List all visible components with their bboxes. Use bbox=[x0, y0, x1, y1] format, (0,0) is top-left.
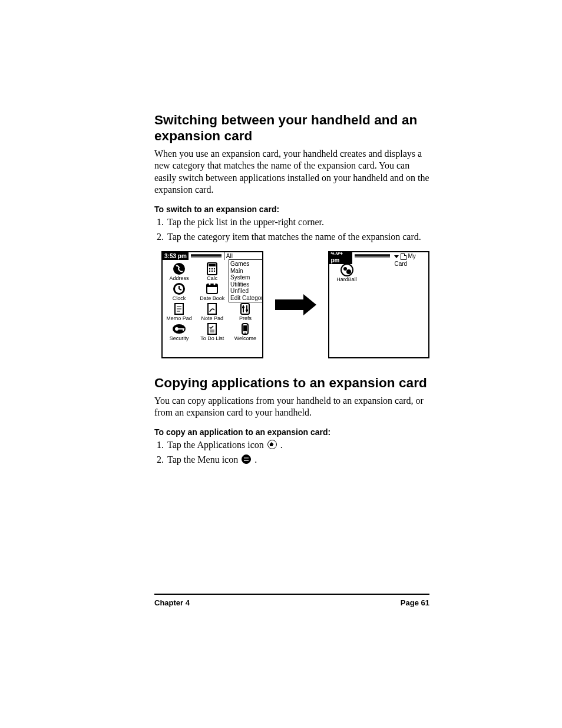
step: Tap the category item that matches the n… bbox=[166, 231, 429, 243]
hardball-icon bbox=[340, 263, 354, 276]
titlebar-decor bbox=[191, 254, 222, 259]
calc-icon bbox=[205, 262, 219, 275]
svg-point-5 bbox=[214, 268, 215, 269]
svg-rect-2 bbox=[209, 264, 216, 266]
step: Tap the Applications icon . bbox=[166, 439, 429, 452]
app-todo[interactable]: To Do List bbox=[196, 322, 229, 341]
titlebar-decor bbox=[355, 254, 390, 259]
svg-point-4 bbox=[211, 268, 213, 269]
handheld-screen-left: 3:53 pm All Games Main System Utilities … bbox=[161, 251, 263, 358]
app-security[interactable]: Security bbox=[163, 322, 196, 341]
svg-point-8 bbox=[214, 271, 215, 272]
app-welcome[interactable]: Welcome bbox=[229, 322, 262, 341]
section1-subheading: To switch to an expansion card: bbox=[154, 205, 429, 214]
section2-steps: Tap the Applications icon . Tap the Menu… bbox=[154, 439, 429, 466]
dropdown-item[interactable]: Main bbox=[230, 268, 263, 275]
handheld-screen-right: 4:04 pm My Card HardBall bbox=[328, 251, 430, 358]
app-label: Prefs bbox=[229, 315, 262, 321]
security-icon bbox=[172, 322, 186, 335]
dropdown-item[interactable]: Edit Categories… bbox=[230, 295, 263, 302]
time-label: 3:53 pm bbox=[163, 252, 189, 260]
dropdown-item[interactable]: Unfiled bbox=[230, 288, 263, 295]
app-label: HardBall bbox=[334, 276, 360, 282]
section1-paragraph: When you use an expansion card, your han… bbox=[154, 148, 429, 196]
app-label: Note Pad bbox=[196, 315, 229, 321]
welcome-icon bbox=[238, 322, 252, 335]
app-datebook[interactable]: Date Book bbox=[196, 282, 229, 301]
svg-rect-31 bbox=[183, 328, 184, 331]
app-label: Memo Pad bbox=[163, 315, 196, 321]
datebook-icon bbox=[205, 282, 219, 295]
app-address[interactable]: Address bbox=[163, 262, 196, 281]
section1-steps: Tap the pick list in the upper-right cor… bbox=[154, 216, 429, 243]
app-label: Clock bbox=[163, 295, 196, 301]
svg-point-29 bbox=[175, 327, 178, 331]
svg-point-14 bbox=[214, 284, 216, 285]
svg-point-6 bbox=[209, 271, 210, 272]
app-label: Security bbox=[163, 335, 196, 341]
section2-subheading: To copy an application to an expansion c… bbox=[154, 427, 429, 437]
svg-rect-27 bbox=[246, 309, 248, 311]
section-heading-switching: Switching between your handheld and an e… bbox=[154, 112, 429, 144]
app-label: Welcome bbox=[229, 335, 262, 341]
app-label: To Do List bbox=[196, 335, 229, 341]
page-footer: Chapter 4 Page 61 bbox=[154, 594, 429, 607]
app-calc[interactable]: Calc bbox=[196, 262, 229, 281]
time-label: 4:04 pm bbox=[329, 251, 353, 264]
app-hardball[interactable]: HardBall bbox=[329, 260, 365, 286]
menu-icon bbox=[242, 454, 251, 464]
section2-paragraph: You can copy applications from your hand… bbox=[154, 395, 429, 419]
dropdown-item[interactable]: Games bbox=[230, 261, 263, 268]
clock-icon bbox=[172, 282, 186, 295]
figure-row: 3:53 pm All Games Main System Utilities … bbox=[161, 251, 429, 358]
step: Tap the pick list in the upper-right cor… bbox=[166, 216, 429, 229]
dropdown-item[interactable]: Utilities bbox=[230, 281, 263, 288]
svg-point-13 bbox=[209, 284, 211, 285]
app-memopad[interactable]: Memo Pad bbox=[163, 302, 196, 321]
applications-icon bbox=[267, 440, 277, 449]
todo-icon bbox=[205, 322, 219, 335]
card-icon bbox=[401, 253, 406, 260]
arrow-icon bbox=[275, 294, 316, 315]
section-heading-copying: Copying applications to an expansion car… bbox=[154, 375, 429, 391]
svg-point-7 bbox=[211, 271, 213, 272]
category-dropdown[interactable]: Games Main System Utilities Unfiled Edit… bbox=[229, 259, 263, 302]
notepad-icon bbox=[205, 302, 219, 315]
app-prefs[interactable]: Prefs bbox=[229, 302, 262, 321]
svg-point-37 bbox=[244, 332, 246, 334]
phone-icon bbox=[172, 262, 186, 275]
svg-rect-26 bbox=[242, 307, 244, 308]
prefs-icon bbox=[238, 302, 252, 315]
svg-rect-32 bbox=[208, 324, 216, 334]
category-picklist[interactable]: My Card bbox=[392, 252, 428, 260]
chapter-label: Chapter 4 bbox=[154, 598, 190, 607]
svg-rect-36 bbox=[243, 325, 247, 331]
svg-point-38 bbox=[341, 264, 353, 276]
app-clock[interactable]: Clock bbox=[163, 282, 196, 301]
svg-rect-23 bbox=[241, 304, 249, 314]
page-number: Page 61 bbox=[401, 598, 429, 607]
app-label: Calc bbox=[196, 275, 229, 281]
svg-point-40 bbox=[346, 269, 351, 274]
svg-point-39 bbox=[343, 267, 347, 271]
dropdown-item[interactable]: System bbox=[230, 274, 263, 281]
app-label: Address bbox=[163, 275, 196, 281]
memopad-icon bbox=[172, 302, 186, 315]
chevron-down-icon bbox=[394, 255, 399, 258]
svg-rect-12 bbox=[207, 284, 217, 287]
step: Tap the Menu icon . bbox=[166, 454, 429, 466]
app-notepad[interactable]: Note Pad bbox=[196, 302, 229, 321]
app-label: Date Book bbox=[196, 295, 229, 301]
svg-point-3 bbox=[209, 268, 210, 269]
